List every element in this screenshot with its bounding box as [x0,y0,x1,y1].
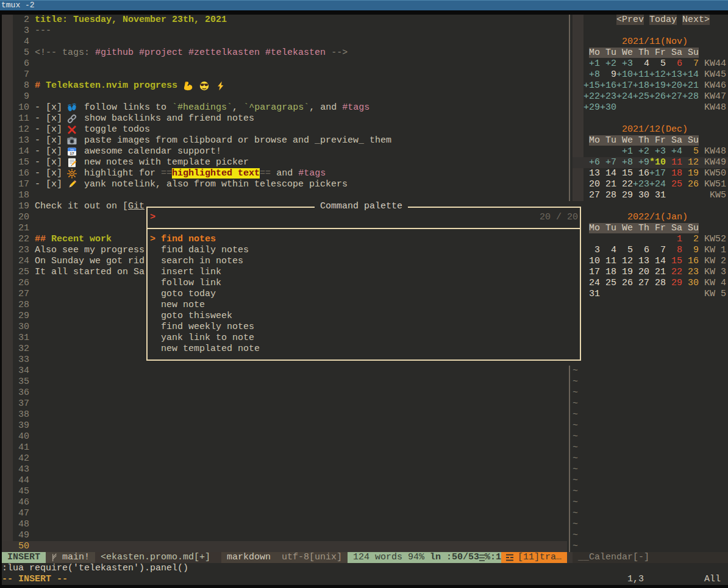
svg-text:17: 17 [70,151,74,155]
